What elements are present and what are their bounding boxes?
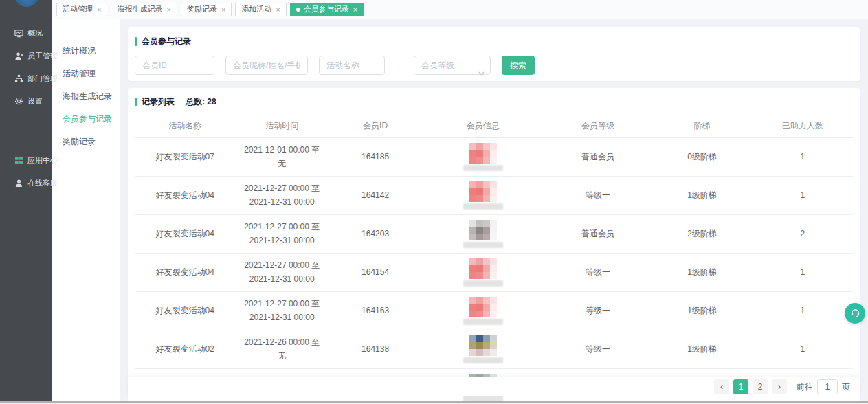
sidebar-item-staff[interactable]: 员工管理 xyxy=(0,45,52,67)
staff-icon xyxy=(14,52,23,60)
avatar xyxy=(469,220,497,240)
record-list-header: 记录列表 总数: 28 xyxy=(135,96,853,108)
horizontal-scrollbar[interactable] xyxy=(0,401,868,404)
blurred-name xyxy=(463,319,503,325)
table-row: 好友裂变活动04 2021-12-27 00:00 至2021-12-31 00… xyxy=(135,177,853,215)
sidebar-item-service[interactable]: 在线客服 xyxy=(0,172,52,194)
app-window: 概况 员工管理 部门管理 设置 xyxy=(0,0,868,404)
sidebar-item-label: 部门管理 xyxy=(27,74,58,84)
activity-name-input[interactable] xyxy=(319,56,385,75)
submenu-item-poster[interactable]: 海报生成记录 xyxy=(52,85,120,108)
sidebar-item-label: 概况 xyxy=(27,28,43,38)
col-header: 活动名称 xyxy=(135,120,235,133)
cell-helpers: 1 xyxy=(753,343,853,356)
blurred-name xyxy=(463,165,503,171)
active-dot xyxy=(296,8,300,12)
select-placeholder: 会员等级 xyxy=(421,60,454,70)
apps-icon xyxy=(14,156,23,165)
search-form: 会员等级 搜索 xyxy=(135,56,853,75)
search-button[interactable]: 搜索 xyxy=(502,56,535,75)
sidebar-item-settings[interactable]: 设置 xyxy=(0,90,52,113)
sidebar-item-overview[interactable]: 概况 xyxy=(0,22,52,45)
cell-date: 2021-12-27 00:00 至2021-12-31 00:00 xyxy=(235,221,329,247)
table-row: 好友裂变活动04 2021-12-27 00:00 至2021-12-31 00… xyxy=(135,215,853,254)
page-button-2[interactable]: 2 xyxy=(753,379,768,394)
tab-label: 会员参与记录 xyxy=(304,4,349,14)
main-sidebar: 概况 员工管理 部门管理 设置 xyxy=(0,0,52,401)
cell-member-id: 164163 xyxy=(329,304,422,317)
page-unit-label: 页 xyxy=(842,381,850,393)
sidebar-item-apps[interactable]: 应用中心 xyxy=(0,149,52,172)
submenu-item-reward[interactable]: 奖励记录 xyxy=(52,131,120,153)
close-icon[interactable]: × xyxy=(353,5,357,14)
cell-ladder: 1级阶梯 xyxy=(652,266,752,279)
tab-activity-management[interactable]: 活动管理 × xyxy=(56,3,107,16)
cell-ladder: 2级阶梯 xyxy=(652,227,752,240)
member-id-input[interactable] xyxy=(135,56,214,75)
customer-service-button[interactable] xyxy=(845,303,865,324)
cell-member-id: 164138 xyxy=(329,343,422,356)
cell-member-info xyxy=(422,254,544,291)
prev-page-button[interactable]: ‹ xyxy=(714,379,729,394)
goto-page-input[interactable] xyxy=(817,379,838,394)
tab-member-participation[interactable]: 会员参与记录 × xyxy=(290,3,364,16)
cell-helpers: 2 xyxy=(753,227,853,240)
tab-poster-records[interactable]: 海报生成记录 × xyxy=(111,3,177,16)
headset-icon xyxy=(849,306,861,321)
settings-icon xyxy=(14,97,23,106)
col-header: 会员等级 xyxy=(544,120,652,133)
tab-label: 海报生成记录 xyxy=(117,4,162,14)
sidebar-spacer xyxy=(0,113,52,149)
cell-ladder: 0级阶梯 xyxy=(652,150,752,164)
submenu-item-activity[interactable]: 活动管理 xyxy=(52,63,120,85)
close-icon[interactable]: × xyxy=(276,5,280,14)
main-nav: 概况 员工管理 部门管理 设置 xyxy=(0,22,52,194)
close-icon[interactable]: × xyxy=(221,5,225,14)
cell-date: 2021-12-27 00:00 至2021-12-31 00:00 xyxy=(235,298,329,324)
cell-member-id: 164142 xyxy=(329,189,422,202)
cell-ladder: 1级阶梯 xyxy=(652,304,752,317)
avatar xyxy=(469,143,497,164)
search-panel: 会员参与记录 会员等级 搜索 xyxy=(128,27,860,81)
pagination-bar: ‹ 1 2 › 前往 页 xyxy=(128,377,860,396)
page-button-1[interactable]: 1 xyxy=(733,379,748,394)
cell-activity: 好友裂变活动04 xyxy=(135,266,235,279)
chevron-down-icon xyxy=(478,64,485,82)
cell-date: 2021-12-01 00:00 至无 xyxy=(235,144,329,170)
cell-helpers: 1 xyxy=(753,150,853,164)
sub-sidebar: 统计概况 活动管理 海报生成记录 会员参与记录 奖励记录 xyxy=(52,19,120,401)
avatar xyxy=(469,258,497,279)
tab-label: 活动管理 xyxy=(63,4,93,14)
cell-activity: 好友裂变活动04 xyxy=(135,189,235,202)
submenu-item-stats[interactable]: 统计概况 xyxy=(52,40,120,63)
table-row: 好友裂变活动02 2021-12-26 00:00 至无 164138 等级一 … xyxy=(135,330,853,369)
table-row: 好友裂变活动04 2021-12-27 00:00 至2021-12-31 00… xyxy=(135,292,853,330)
avatar xyxy=(469,335,497,356)
close-icon[interactable]: × xyxy=(166,5,170,14)
goto-page: 前往 页 xyxy=(797,379,850,394)
close-icon[interactable]: × xyxy=(97,5,101,14)
col-header: 活动时间 xyxy=(235,120,329,133)
goto-label: 前往 xyxy=(797,381,813,393)
tab-add-activity[interactable]: 添加活动 × xyxy=(235,3,286,16)
avatar xyxy=(469,181,497,202)
member-level-select[interactable]: 会员等级 xyxy=(414,56,491,75)
cell-member-info xyxy=(422,139,544,175)
sidebar-item-department[interactable]: 部门管理 xyxy=(0,67,52,90)
tab-reward-records[interactable]: 奖励记录 × xyxy=(181,3,232,16)
cell-ladder: 1级阶梯 xyxy=(652,189,752,202)
table-row: 好友裂变活动07 2021-12-01 00:00 至无 164185 普通会员… xyxy=(135,138,853,177)
cell-level: 等级一 xyxy=(544,304,652,317)
cell-date: 2021-12-26 00:00 至无 xyxy=(235,336,329,362)
record-list-panel: 记录列表 总数: 28 活动名称 活动时间 会员ID 会员信息 会员等级 阶梯 … xyxy=(128,88,860,404)
table-header-row: 活动名称 活动时间 会员ID 会员信息 会员等级 阶梯 已助力人数 xyxy=(135,115,853,138)
sidebar-item-label: 员工管理 xyxy=(27,51,58,61)
next-page-button[interactable]: › xyxy=(772,379,787,394)
cell-member-info xyxy=(422,177,544,214)
member-name-input[interactable] xyxy=(225,56,308,75)
cell-helpers: 1 xyxy=(753,266,853,279)
submenu-item-participation[interactable]: 会员参与记录 xyxy=(52,108,120,131)
cell-date: 2021-12-27 00:00 至2021-12-31 00:00 xyxy=(235,259,329,285)
cell-member-id: 164154 xyxy=(329,266,422,279)
blurred-name xyxy=(463,203,503,210)
